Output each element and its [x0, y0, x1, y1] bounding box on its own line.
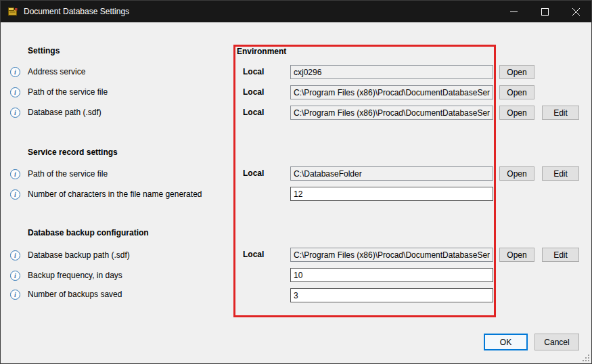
backup-path-input[interactable] [290, 248, 493, 262]
info-icon[interactable]: i [10, 189, 20, 200]
label-record-service-file-path: Path of the service file [28, 168, 108, 179]
label-backup-path: Database backup path (.sdf) [28, 250, 130, 260]
info-icon[interactable]: i [10, 250, 20, 260]
label-address-service: Address service [28, 66, 85, 77]
scope-label: Local [243, 68, 264, 76]
open-button[interactable]: Open [499, 166, 534, 181]
open-button[interactable]: Open [499, 106, 534, 120]
edit-button[interactable]: Edit [542, 166, 579, 181]
app-icon [7, 6, 18, 17]
info-icon[interactable]: i [10, 108, 20, 118]
open-button[interactable]: Open [499, 85, 534, 99]
info-icon[interactable]: i [10, 87, 20, 97]
backup-count-input[interactable] [290, 288, 493, 302]
label-service-file-path: Path of the service file [28, 87, 108, 97]
label-database-path: Database path (.sdf) [28, 107, 101, 118]
open-button[interactable]: Open [499, 248, 534, 262]
close-button[interactable] [560, 1, 591, 22]
environment-header: Environment [237, 47, 286, 56]
section-header-backup: Database backup configuration [28, 227, 149, 238]
title-bar[interactable]: Document Database Settings [1, 1, 591, 22]
maximize-button[interactable] [529, 1, 560, 22]
backup-frequency-input[interactable] [290, 268, 493, 282]
open-button[interactable]: Open [499, 65, 534, 79]
ok-button[interactable]: OK [484, 334, 528, 350]
document-database-settings-dialog: Document Database Settings Settings i [0, 0, 592, 364]
minimize-button[interactable] [498, 1, 529, 22]
scope-label: Local [243, 108, 264, 117]
section-header-settings: Settings [28, 45, 60, 56]
database-path-input[interactable] [290, 106, 493, 120]
address-service-input[interactable] [290, 65, 493, 79]
section-header-service-record: Service record settings [28, 147, 118, 158]
label-backup-count: Number of backups saved [28, 289, 122, 300]
edit-button[interactable]: Edit [542, 248, 579, 262]
window-title: Document Database Settings [24, 7, 129, 16]
window-controls [498, 1, 591, 22]
close-icon [572, 8, 580, 16]
resize-grip[interactable] [582, 354, 590, 362]
record-service-file-path-input[interactable] [290, 166, 493, 181]
minimize-icon [510, 8, 518, 16]
info-icon[interactable]: i [10, 67, 20, 77]
maximize-icon [541, 8, 549, 16]
info-icon[interactable]: i [10, 271, 20, 281]
filename-char-count-input[interactable] [290, 187, 493, 201]
scope-label: Local [243, 169, 264, 178]
scope-label: Local [243, 88, 264, 97]
info-icon[interactable]: i [10, 290, 20, 300]
scope-label: Local [243, 250, 264, 259]
service-file-path-input[interactable] [290, 85, 493, 99]
edit-button[interactable]: Edit [542, 106, 579, 120]
info-icon[interactable]: i [10, 169, 20, 179]
label-filename-char-count: Number of characters in the file name ge… [28, 189, 202, 200]
cancel-button[interactable]: Cancel [534, 334, 579, 350]
label-backup-frequency: Backup frequency, in days [28, 270, 122, 281]
